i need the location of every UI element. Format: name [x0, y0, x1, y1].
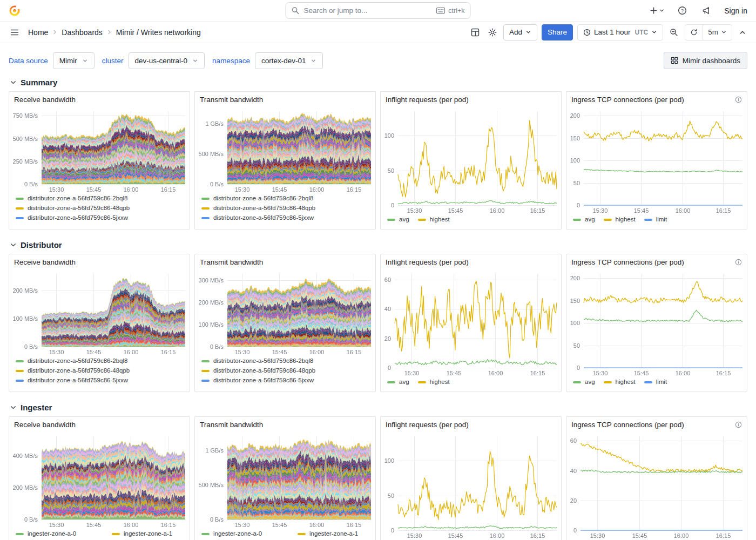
- legend-item-highest[interactable]: highest: [418, 215, 450, 224]
- legend-swatch: [387, 219, 395, 221]
- legend-label: avg: [585, 215, 595, 224]
- legend-label: distributor-zone-a-56fd759c86-48qpb: [213, 367, 315, 375]
- legend-item-highest[interactable]: highest: [604, 215, 636, 224]
- share-button[interactable]: Share: [542, 24, 573, 40]
- legend-item-highest[interactable]: highest: [418, 378, 450, 386]
- legend-swatch: [418, 381, 426, 383]
- legend-swatch: [644, 219, 652, 221]
- clock-icon: [583, 29, 591, 36]
- chart-receive-bandwidth[interactable]: [9, 107, 190, 194]
- legend-label: limit: [656, 215, 667, 224]
- legend-item-distributor-zone-a-56fd759c86-2bql8[interactable]: distributor-zone-a-56fd759c86-2bql8: [16, 194, 183, 202]
- add-button[interactable]: Add: [503, 24, 537, 40]
- breadcrumb-dashboards[interactable]: Dashboards: [62, 28, 103, 37]
- namespace-value: cortex-dev-01: [261, 57, 306, 65]
- chevron-down-icon: [651, 29, 657, 35]
- section-header-distributor[interactable]: Distributor: [0, 234, 756, 253]
- refresh-interval-button[interactable]: 5m: [703, 25, 732, 40]
- legend-item-limit[interactable]: limit: [644, 215, 667, 224]
- legend-item-distributor-zone-a-56fd759c86-5jxxw[interactable]: distributor-zone-a-56fd759c86-5jxxw: [201, 376, 369, 384]
- chart-ingress-tcp-connections-per-pod[interactable]: [566, 107, 747, 215]
- section-header-summary[interactable]: Summary: [0, 71, 756, 90]
- legend-item-avg[interactable]: avg: [573, 215, 595, 224]
- legend-item-highest[interactable]: highest: [604, 378, 636, 386]
- legend-label: distributor-zone-a-56fd759c86-5jxxw: [213, 214, 314, 222]
- legend-swatch: [201, 370, 210, 372]
- legend-label: distributor-zone-a-56fd759c86-5jxxw: [213, 376, 314, 384]
- section-title: Distributor: [21, 240, 62, 249]
- section-header-ingester[interactable]: Ingester: [0, 396, 756, 415]
- chart-ingress-tcp-connections-per-pod[interactable]: [566, 269, 747, 377]
- info-icon: [735, 96, 742, 103]
- panel-info-button[interactable]: [735, 259, 742, 266]
- legend-item-distributor-zone-a-56fd759c86-2bql8[interactable]: distributor-zone-a-56fd759c86-2bql8: [201, 357, 369, 365]
- legend-item-limit[interactable]: limit: [644, 378, 667, 386]
- legend-item-ingester-zone-a-1[interactable]: ingester-zone-a-1: [112, 530, 183, 538]
- legend-item-ingester-zone-a-0[interactable]: ingester-zone-a-0: [16, 530, 109, 538]
- legend-swatch: [16, 360, 24, 362]
- legend-label: distributor-zone-a-56fd759c86-2bql8: [213, 194, 313, 202]
- refresh-button[interactable]: [685, 25, 703, 40]
- chart-receive-bandwidth[interactable]: [9, 432, 190, 529]
- legend-swatch: [573, 219, 581, 221]
- panel-info-button[interactable]: [735, 421, 742, 428]
- chevron-down-icon: [10, 404, 17, 411]
- legend-swatch: [573, 381, 581, 383]
- legend-swatch: [16, 207, 24, 210]
- legend-item-avg[interactable]: avg: [573, 378, 595, 386]
- grafana-logo[interactable]: [9, 5, 21, 17]
- legend-item-avg[interactable]: avg: [387, 378, 409, 386]
- legend-swatch: [201, 198, 210, 200]
- collapse-toolbar-button[interactable]: [737, 26, 748, 38]
- time-range-picker[interactable]: Last 1 hour UTC: [577, 24, 663, 40]
- data-source-select[interactable]: Mimir: [53, 52, 94, 69]
- panel-icon: [471, 28, 480, 37]
- mimir-dashboards-button[interactable]: Mimir dashboards: [664, 52, 747, 69]
- help-button[interactable]: ?: [676, 4, 689, 17]
- legend-item-ingester-zone-a-0[interactable]: ingester-zone-a-0: [201, 530, 294, 538]
- chart-transmit-bandwidth[interactable]: [195, 269, 375, 356]
- namespace-select[interactable]: cortex-dev-01: [255, 52, 323, 69]
- legend-item-distributor-zone-a-56fd759c86-48qpb[interactable]: distributor-zone-a-56fd759c86-48qpb: [201, 367, 369, 375]
- menu-toggle-button[interactable]: [8, 25, 22, 39]
- chart-inflight-requests-per-pod[interactable]: [381, 269, 561, 377]
- search-input[interactable]: Search or jump to... ctrl+k: [286, 2, 471, 19]
- panel-layout-button[interactable]: [469, 26, 482, 39]
- legend-item-distributor-zone-a-56fd759c86-48qpb[interactable]: distributor-zone-a-56fd759c86-48qpb: [201, 204, 369, 212]
- chart-inflight-requests-per-pod[interactable]: [381, 107, 561, 215]
- keyboard-icon: [436, 7, 445, 14]
- legend-item-distributor-zone-a-56fd759c86-48qpb[interactable]: distributor-zone-a-56fd759c86-48qpb: [16, 204, 183, 212]
- chart-ingress-tcp-connections-per-pod[interactable]: [566, 432, 747, 540]
- chart-transmit-bandwidth[interactable]: [195, 432, 375, 529]
- panel-title: Receive bandwidth: [14, 96, 76, 104]
- legend-item-distributor-zone-a-56fd759c86-48qpb[interactable]: distributor-zone-a-56fd759c86-48qpb: [16, 367, 183, 375]
- legend-item-distributor-zone-a-56fd759c86-5jxxw[interactable]: distributor-zone-a-56fd759c86-5jxxw: [16, 376, 183, 384]
- panel-inflight-requests-per-pod: Inflight requests (per pod)avghighest: [380, 416, 562, 540]
- legend-swatch: [604, 381, 612, 383]
- zoom-out-button[interactable]: [667, 26, 680, 39]
- legend-label: avg: [585, 378, 595, 386]
- sign-in-button[interactable]: Sign in: [724, 6, 747, 15]
- dashboard-settings-button[interactable]: [486, 26, 499, 39]
- chart-inflight-requests-per-pod[interactable]: [381, 432, 561, 540]
- legend-item-avg[interactable]: avg: [387, 215, 409, 224]
- news-button[interactable]: [700, 4, 713, 17]
- add-menu-button[interactable]: [650, 6, 665, 15]
- panel-header: Ingress TCP connections (per pod): [566, 417, 747, 432]
- cluster-select[interactable]: dev-us-central-0: [129, 52, 205, 69]
- shortcut-label: ctrl+k: [448, 7, 464, 15]
- legend-label: ingester-zone-a-0: [28, 530, 76, 538]
- legend-item-ingester-zone-a-1[interactable]: ingester-zone-a-1: [298, 530, 369, 538]
- legend-label: distributor-zone-a-56fd759c86-2bql8: [213, 357, 313, 365]
- breadcrumb-home[interactable]: Home: [28, 28, 48, 37]
- legend-item-distributor-zone-a-56fd759c86-2bql8[interactable]: distributor-zone-a-56fd759c86-2bql8: [201, 194, 369, 202]
- chart-receive-bandwidth[interactable]: [9, 269, 190, 356]
- legend-item-distributor-zone-a-56fd759c86-2bql8[interactable]: distributor-zone-a-56fd759c86-2bql8: [16, 357, 183, 365]
- panel-title: Ingress TCP connections (per pod): [571, 258, 684, 266]
- panel-header: Receive bandwidth: [9, 417, 190, 432]
- panel-info-button[interactable]: [735, 96, 742, 103]
- legend-item-distributor-zone-a-56fd759c86-5jxxw[interactable]: distributor-zone-a-56fd759c86-5jxxw: [201, 214, 369, 222]
- chart-transmit-bandwidth[interactable]: [195, 107, 375, 194]
- refresh-interval-label: 5m: [708, 28, 718, 36]
- legend-item-distributor-zone-a-56fd759c86-5jxxw[interactable]: distributor-zone-a-56fd759c86-5jxxw: [16, 214, 183, 222]
